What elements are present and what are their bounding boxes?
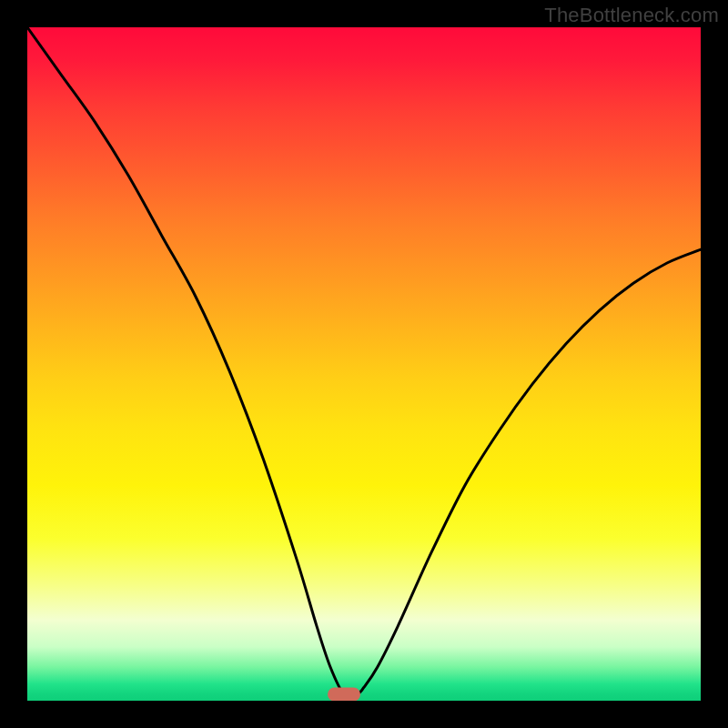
plot-area: [27, 27, 701, 701]
bottleneck-curve: [27, 27, 701, 696]
bottleneck-curve-svg: [27, 27, 701, 701]
watermark-text: TheBottleneck.com: [544, 4, 719, 27]
chart-frame: TheBottleneck.com: [0, 0, 728, 728]
optimal-point-marker: [328, 687, 360, 701]
